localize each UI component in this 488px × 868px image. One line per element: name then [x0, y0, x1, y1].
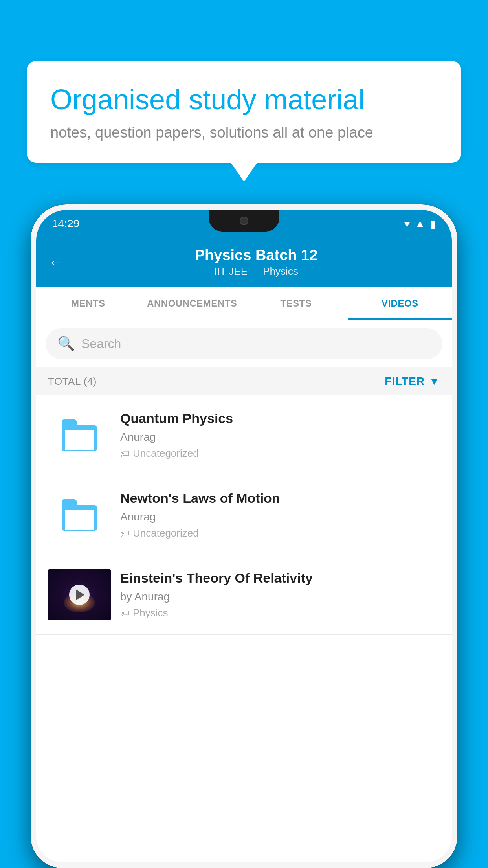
tab-announcements[interactable]: ANNOUNCEMENTS [140, 287, 244, 320]
tag-label-quantum: Uncategorized [133, 447, 199, 460]
video-info-newton: Newton's Laws of Motion Anurag 🏷 Uncateg… [120, 489, 440, 539]
wifi-icon: ▾ [404, 217, 410, 230]
video-info-quantum: Quantum Physics Anurag 🏷 Uncategorized [120, 410, 440, 460]
header-subtitle: IIT JEE Physics [72, 265, 440, 278]
video-title-newton: Newton's Laws of Motion [120, 489, 440, 507]
speech-bubble-container: Organised study material notes, question… [27, 61, 461, 163]
filter-button[interactable]: FILTER ▼ [385, 375, 440, 388]
folder-icon-quantum [62, 419, 97, 451]
video-list: Quantum Physics Anurag 🏷 Uncategorized [36, 395, 452, 635]
tabs-bar: MENTS ANNOUNCEMENTS TESTS VIDEOS [36, 287, 452, 320]
list-item[interactable]: Newton's Laws of Motion Anurag 🏷 Uncateg… [36, 475, 452, 555]
video-thumbnail-newton [48, 489, 111, 541]
header-subtitle-part2: Physics [263, 265, 298, 277]
video-info-einstein: Einstein's Theory Of Relativity by Anura… [120, 569, 440, 619]
phone-screen: 14:29 ▾ ▲ ▮ ← Physics Batch 12 IIT JEE [31, 204, 457, 868]
search-placeholder: Search [81, 337, 121, 351]
header-title: Physics Batch 12 [72, 247, 440, 264]
play-triangle-icon [76, 589, 84, 600]
phone-mockup: 14:29 ▾ ▲ ▮ ← Physics Batch 12 IIT JEE [31, 204, 457, 868]
tag-label-newton: Uncategorized [133, 527, 199, 539]
video-title-einstein: Einstein's Theory Of Relativity [120, 569, 440, 587]
header-subtitle-part1: IIT JEE [214, 265, 248, 277]
tab-tests[interactable]: TESTS [244, 287, 348, 320]
speech-bubble: Organised study material notes, question… [27, 61, 461, 163]
folder-icon-newton [62, 499, 97, 531]
app-header: ← Physics Batch 12 IIT JEE Physics [36, 237, 452, 287]
video-author-newton: Anurag [120, 511, 440, 523]
play-button-einstein[interactable] [69, 585, 90, 605]
search-icon: 🔍 [57, 335, 75, 352]
notch [209, 210, 279, 232]
list-item[interactable]: Quantum Physics Anurag 🏷 Uncategorized [36, 395, 452, 475]
search-container: 🔍 Search [36, 320, 452, 367]
tag-icon-newton: 🏷 [120, 528, 130, 539]
front-camera [240, 217, 248, 225]
filter-label: FILTER [385, 375, 425, 388]
video-thumbnail-einstein [48, 569, 111, 620]
tag-icon-einstein: 🏷 [120, 608, 130, 619]
battery-icon: ▮ [430, 217, 436, 230]
header-title-section: Physics Batch 12 IIT JEE Physics [72, 247, 440, 278]
filter-bar: TOTAL (4) FILTER ▼ [36, 367, 452, 395]
video-author-quantum: Anurag [120, 431, 440, 443]
status-time: 14:29 [52, 217, 79, 230]
total-count: TOTAL (4) [48, 375, 97, 388]
video-author-einstein: by Anurag [120, 590, 440, 603]
filter-icon: ▼ [429, 375, 440, 388]
video-tag-einstein: 🏷 Physics [120, 607, 440, 619]
tag-label-einstein: Physics [133, 607, 168, 619]
tab-ments[interactable]: MENTS [36, 287, 140, 320]
video-title-quantum: Quantum Physics [120, 410, 440, 427]
speech-bubble-title: Organised study material [50, 83, 438, 116]
status-icons: ▾ ▲ ▮ [404, 217, 436, 230]
phone-outer-frame: 14:29 ▾ ▲ ▮ ← Physics Batch 12 IIT JEE [31, 204, 457, 868]
video-tag-newton: 🏷 Uncategorized [120, 527, 440, 539]
search-input-wrapper[interactable]: 🔍 Search [46, 328, 442, 359]
video-tag-quantum: 🏷 Uncategorized [120, 447, 440, 460]
list-item[interactable]: Einstein's Theory Of Relativity by Anura… [36, 555, 452, 635]
screen-content: 14:29 ▾ ▲ ▮ ← Physics Batch 12 IIT JEE [36, 210, 452, 862]
back-button[interactable]: ← [48, 253, 64, 272]
tag-icon-quantum: 🏷 [120, 448, 130, 459]
speech-bubble-subtitle: notes, question papers, solutions all at… [50, 124, 438, 141]
video-thumbnail-quantum [48, 410, 111, 461]
tab-videos[interactable]: VIDEOS [348, 287, 452, 320]
signal-icon: ▲ [415, 217, 426, 230]
